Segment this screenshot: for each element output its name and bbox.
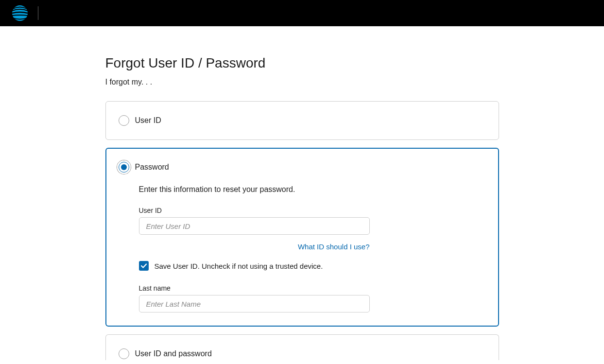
main-content: Forgot User ID / Password I forgot my. .… — [105, 26, 499, 364]
checkmark-icon — [140, 262, 147, 269]
save-userid-checkbox[interactable] — [139, 261, 149, 271]
help-link-row: What ID should I use? — [139, 243, 370, 251]
option-userid-radio-row[interactable]: User ID — [119, 115, 486, 126]
save-userid-label: Save User ID. Uncheck if not using a tru… — [155, 262, 323, 270]
option-both-radio-row[interactable]: User ID and password — [119, 348, 486, 359]
password-option-body: Enter this information to reset your pas… — [119, 185, 486, 312]
userid-field-label: User ID — [139, 207, 486, 214]
option-both-label: User ID and password — [135, 349, 212, 358]
page-subtitle: I forgot my. . . — [105, 78, 499, 87]
radio-password[interactable] — [119, 162, 129, 173]
radio-both[interactable] — [119, 348, 129, 359]
header-divider — [38, 6, 38, 20]
option-password-card[interactable]: Password Enter this information to reset… — [105, 148, 499, 327]
save-userid-row[interactable]: Save User ID. Uncheck if not using a tru… — [139, 261, 486, 271]
brand-logo[interactable] — [12, 5, 28, 21]
option-userid-card[interactable]: User ID — [105, 101, 499, 140]
att-globe-icon — [12, 5, 28, 21]
radio-userid[interactable] — [119, 115, 129, 126]
option-both-card[interactable]: User ID and password — [105, 334, 499, 360]
what-id-link[interactable]: What ID should I use? — [298, 243, 370, 251]
lastname-input[interactable] — [139, 295, 370, 312]
lastname-field-label: Last name — [139, 284, 486, 292]
userid-input[interactable] — [139, 217, 370, 235]
app-header — [0, 0, 604, 26]
password-instruction: Enter this information to reset your pas… — [139, 185, 486, 194]
page-title: Forgot User ID / Password — [105, 55, 499, 71]
option-password-radio-row[interactable]: Password — [119, 162, 486, 173]
radio-inner-icon — [121, 164, 127, 170]
option-userid-label: User ID — [135, 116, 161, 125]
option-password-label: Password — [135, 163, 169, 172]
